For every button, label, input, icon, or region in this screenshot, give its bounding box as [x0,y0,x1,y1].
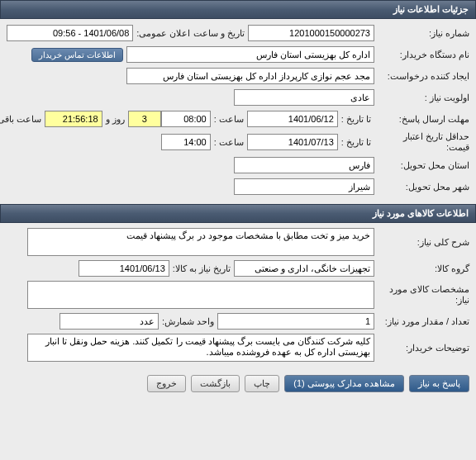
priority-field[interactable] [234,89,374,106]
unit-field[interactable] [60,313,159,330]
time-label-1: ساعت : [211,114,247,125]
validity-time-field[interactable] [161,134,211,150]
requester-label: ایجاد کننده درخواست: [374,71,469,82]
unit-label: واحد شمارش: [159,316,217,327]
announce-label: تاریخ و ساعت اعلان عمومی: [133,28,247,39]
desc-label: شرح کلی نیاز: [374,237,469,248]
buyer-notes-field[interactable] [27,334,374,362]
province-label: استان محل تحویل: [374,160,469,171]
buyer-label: نام دستگاه خریدار: [374,50,469,60]
group-field[interactable] [234,260,374,277]
deadline-label: مهلت ارسال پاسخ: [374,114,469,125]
validity-date-field[interactable] [247,134,338,150]
announce-field[interactable] [7,25,133,41]
need-details-body: شماره نیاز: تاریخ و ساعت اعلان عمومی: نا… [0,19,476,204]
buyer-notes-label: توضیحات خریدار: [374,343,469,353]
need-date-label: تاریخ نیاز به کالا: [169,263,234,274]
to-date-label-2: تا تاریخ : [338,137,374,148]
city-field[interactable] [234,178,374,195]
countdown-field [45,111,102,127]
validity-label: حداقل تاریخ اعتبار قیمت: [374,131,469,153]
need-no-label: شماره نیاز: [374,28,469,39]
qty-label: تعداد / مقدار مورد نیاز: [374,316,469,327]
to-date-label-1: تا تاریخ : [338,114,374,125]
group-label: گروه کالا: [374,263,469,274]
deadline-date-field[interactable] [247,111,338,127]
days-and-label: روز و [102,114,128,125]
need-no-field[interactable] [248,25,374,41]
spec-label: مشخصات کالای مورد نیاز: [374,284,469,306]
days-remaining-field [128,111,161,127]
need-details-header: جزئیات اطلاعات نیاز [0,0,476,19]
requester-field[interactable] [126,68,374,84]
spec-field[interactable] [27,281,374,309]
qty-field[interactable] [217,313,374,330]
print-button[interactable]: چاپ [245,375,279,392]
buyer-contact-button[interactable]: اطلاعات تماس خریدار [31,48,123,62]
city-label: شهر محل تحویل: [374,182,469,192]
need-date-field[interactable] [79,260,169,277]
remaining-label: ساعت باقی مانده [0,114,45,125]
time-label-2: ساعت : [211,137,247,148]
buyer-field[interactable] [126,46,374,63]
action-bar: پاسخ به نیاز مشاهده مدارک پیوستی (1) چاپ… [0,370,476,397]
goods-info-body: شرح کلی نیاز: گروه کالا: تاریخ نیاز به ک… [0,223,476,370]
back-button[interactable]: بازگشت [191,375,240,392]
desc-field[interactable] [27,228,374,256]
deadline-time-field[interactable] [161,111,211,127]
exit-button[interactable]: خروج [147,375,186,392]
respond-button[interactable]: پاسخ به نیاز [409,375,469,392]
attachments-button[interactable]: مشاهده مدارک پیوستی (1) [284,375,404,392]
priority-label: اولویت نیاز : [374,92,469,103]
goods-info-header: اطلاعات کالاهای مورد نیاز [0,204,476,223]
province-field[interactable] [234,157,374,173]
